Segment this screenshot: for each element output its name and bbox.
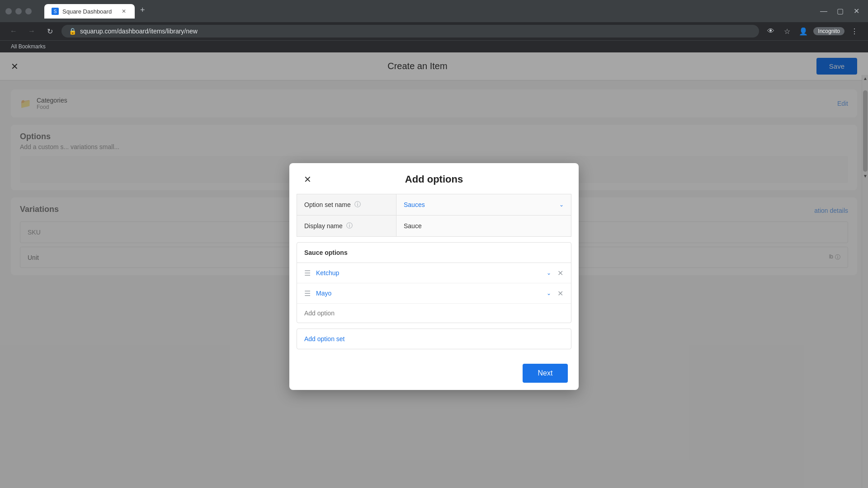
modal-close-btn[interactable]: ✕ (300, 172, 315, 187)
window-close-btn[interactable] (5, 8, 12, 14)
display-name-label: Display name (304, 222, 343, 230)
option-set-value: Sauces (404, 201, 425, 208)
browser-chrome: S Square Dashboard ✕ + — ▢ ✕ ← → ↻ 🔒 squ… (0, 0, 868, 52)
title-bar: S Square Dashboard ✕ + — ▢ ✕ (0, 0, 868, 22)
option-set-name-label: Option set name (304, 201, 351, 208)
option-row-ketchup: ☰ Ketchup ⌄ ✕ (297, 263, 571, 283)
sauce-options-header: Sauce options (297, 243, 571, 263)
lock-icon: 🔒 (69, 28, 76, 35)
ketchup-delete-btn[interactable]: ✕ (555, 267, 566, 278)
tab-close-btn[interactable]: ✕ (120, 8, 127, 15)
add-option-input[interactable] (304, 310, 564, 317)
star-icon[interactable]: ☆ (781, 25, 793, 38)
option-set-chevron: ⌄ (559, 202, 564, 208)
modal-overlay: ✕ Add options Option set name ⓘ Sauces ⌄ (0, 52, 868, 488)
window-maximize-btn[interactable] (25, 8, 32, 14)
tab-title: Square Dashboard (62, 8, 117, 15)
modal-header: ✕ Add options (289, 163, 579, 194)
menu-btn[interactable]: ⋮ (848, 25, 861, 38)
modal-body[interactable]: Option set name ⓘ Sauces ⌄ Display name … (289, 194, 579, 357)
mayo-row-inner[interactable]: Mayo ⌄ (316, 290, 551, 297)
window-minimize-btn[interactable] (15, 8, 22, 14)
url-text: squarup.com/dashboard/items/library/new (80, 28, 198, 35)
bookmarks-bar: All Bookmarks (0, 40, 868, 52)
sauce-options-card: Sauce options ☰ Ketchup ⌄ ✕ ☰ (297, 242, 571, 323)
option-mayo-label: Mayo (316, 290, 331, 297)
page-content: ✕ Create an Item Save 📁 Categories Food … (0, 52, 868, 488)
window-controls (5, 8, 32, 14)
display-name-row: Display name ⓘ Sauce (297, 215, 571, 237)
bookmark-item[interactable]: All Bookmarks (7, 42, 49, 51)
incognito-badge: Incognito (813, 27, 844, 35)
forward-btn[interactable]: → (25, 25, 38, 38)
back-btn[interactable]: ← (7, 25, 20, 38)
tab-favicon: S (52, 8, 59, 15)
ketchup-chevron: ⌄ (547, 270, 551, 276)
modal-footer: Next (289, 357, 579, 390)
option-set-info-icon[interactable]: ⓘ (354, 201, 361, 209)
modal-title: Add options (315, 174, 553, 185)
window-close-top-btn[interactable]: ✕ (850, 5, 863, 18)
display-name-value-cell[interactable]: Sauce (396, 216, 571, 236)
mayo-delete-btn[interactable]: ✕ (555, 288, 566, 299)
refresh-btn[interactable]: ↻ (43, 25, 56, 38)
option-set-name-value-cell[interactable]: Sauces ⌄ (396, 195, 571, 215)
add-options-modal: ✕ Add options Option set name ⓘ Sauces ⌄ (289, 163, 579, 390)
address-actions: 👁 ☆ 👤 Incognito ⋮ (764, 25, 861, 38)
eye-slash-icon[interactable]: 👁 (764, 25, 777, 38)
add-option-row[interactable] (297, 304, 571, 323)
address-bar: ← → ↻ 🔒 squarup.com/dashboard/items/libr… (0, 22, 868, 40)
next-button[interactable]: Next (523, 364, 568, 383)
profile-icon[interactable]: 👤 (797, 25, 810, 38)
mayo-chevron: ⌄ (547, 290, 551, 296)
display-name-value: Sauce (404, 222, 422, 230)
option-ketchup-label: Ketchup (316, 269, 339, 277)
ketchup-drag-handle[interactable]: ☰ (302, 269, 312, 277)
option-set-name-row: Option set name ⓘ Sauces ⌄ (297, 194, 571, 215)
ketchup-row-inner[interactable]: Ketchup ⌄ (316, 269, 551, 277)
mayo-drag-handle[interactable]: ☰ (302, 289, 312, 298)
option-row-mayo: ☰ Mayo ⌄ ✕ (297, 283, 571, 304)
window-maximize-top-btn[interactable]: ▢ (834, 5, 846, 18)
url-bar[interactable]: 🔒 squarup.com/dashboard/items/library/ne… (61, 25, 759, 38)
add-option-set-btn[interactable]: Add option set (297, 328, 571, 349)
option-set-name-label-cell: Option set name ⓘ (297, 194, 396, 215)
new-tab-btn[interactable]: + (137, 4, 149, 17)
window-minimize-top-btn[interactable]: — (817, 5, 830, 18)
browser-tab-active[interactable]: S Square Dashboard ✕ (44, 4, 135, 19)
display-name-info-icon[interactable]: ⓘ (346, 222, 353, 230)
display-name-label-cell: Display name ⓘ (297, 216, 396, 236)
